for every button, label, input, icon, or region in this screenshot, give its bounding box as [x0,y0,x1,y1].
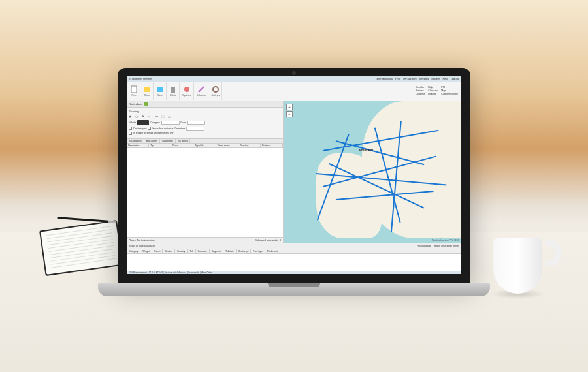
col-dir[interactable]: Direction [238,144,261,147]
depart-input[interactable] [186,127,204,131]
result-link1[interactable]: Password age [417,245,431,247]
col-desc[interactable]: Description [127,144,149,147]
link-help[interactable]: Help [442,77,448,80]
result-panel: Result of route calculation Password age… [127,243,461,274]
btab-1[interactable]: Weight [140,249,152,253]
box-icon[interactable]: ▫ [148,114,153,119]
rlink-poi[interactable]: POI [441,86,458,89]
rlink-help[interactable]: Help [428,86,438,89]
app-window: TLNplanner internet Give feedback Print … [127,76,461,274]
ribbon-save[interactable]: Save [154,82,167,100]
status-bar: TLN Planner internet 4.11.0.0 | PTV AG |… [127,271,461,274]
truck-icon[interactable]: ▬ [155,114,159,119]
tab-viapoints[interactable]: Via points [176,139,190,143]
ribbon-delete[interactable]: Delete [167,82,180,100]
play-icon[interactable] [144,102,148,106]
hazmat-checkbox[interactable] [148,127,151,130]
btab-4[interactable]: Country [175,249,188,253]
panel-title: Routeobject [129,102,142,106]
zoom-controls: + − [286,104,293,118]
clock-icon[interactable]: ◷ [135,114,140,119]
btab-7[interactable]: Segment [210,249,223,253]
result-tabs: Category Weight Street Section Country T… [127,249,461,254]
route-panel: Routeobject Planning ◉ ◷ ⚑ ▫ ▬ ⬚ [127,101,284,243]
ribbon-open[interactable]: Open [141,82,154,100]
star-icon [183,85,191,93]
vehicle-icons: ◉ ◷ ⚑ ▫ ▬ ⬚ △ [129,114,281,119]
truck-graphic [137,120,149,125]
depart-label: Departure [175,127,186,130]
btab-6[interactable]: Compare [196,249,210,253]
person-icon[interactable]: ◉ [129,114,133,119]
svg-rect-3 [171,87,175,93]
btab-9[interactable]: Section pt [237,249,252,253]
ribbon-save-label: Save [157,94,163,97]
flag-icon[interactable]: ⚑ [142,114,146,119]
rlink-profile[interactable]: Customer profile [441,93,458,95]
titlebar-links: Give feedback Print My account Settings … [376,77,459,80]
col-place[interactable]: Place [171,144,193,147]
link-system[interactable]: System [431,77,440,80]
result-link2[interactable]: Route description printer [434,245,459,247]
ribbon-new[interactable]: New [128,82,140,100]
category-select[interactable] [161,121,180,125]
tab-customers[interactable]: Customers [160,139,176,143]
date-label: Date [181,121,186,124]
ribbon-right-links: Corridor Help POI Stations Clearance Map… [416,86,460,95]
ribbon-settings[interactable]: Settings [209,82,222,100]
route-grid[interactable] [127,148,283,237]
col-zip[interactable]: Zip [149,144,171,147]
trailer-checkbox[interactable] [129,132,132,135]
ribbon-delete-label: Delete [170,94,176,97]
tab-mappoints[interactable]: Map points [144,139,160,143]
hazmat-label: Hazardous materials [152,127,173,130]
btab-3[interactable]: Section [163,249,175,253]
btab-5[interactable]: Toll [188,249,195,253]
link-account[interactable]: My account [403,77,416,80]
svg-rect-1 [144,87,150,92]
panel-footer: Places: 'North Amsterdam' Calculated rou… [127,237,283,243]
col-dist[interactable]: Distance [261,144,283,147]
link-settings[interactable]: Settings [419,77,429,80]
ribbon-toolbar: New Open Save Delete Optimize Calculate … [127,82,461,101]
warn-icon[interactable]: △ [168,114,172,119]
rlink-map[interactable]: Map [441,89,458,92]
date-input[interactable] [187,121,205,125]
map-view[interactable]: + − [284,101,461,243]
trailer-label: Is a trailer or similar vehicle the last… [133,132,173,134]
wand-icon [197,85,205,93]
app-title: TLNplanner internet [129,77,152,80]
link-feedback[interactable]: Give feedback [376,77,393,80]
zoom-out-button[interactable]: − [286,111,293,117]
link-print[interactable]: Print [395,77,400,80]
ribbon-calculate[interactable]: Calculate [195,82,209,100]
link-logout[interactable]: Log out [451,77,459,80]
rlink-corridor[interactable]: Corridor [416,86,425,89]
svg-point-4 [184,87,189,92]
rlink-customer[interactable]: Customer [416,93,425,95]
route-tabs: Route points Map points Customers Via po… [127,139,283,144]
btab-8[interactable]: Toilstate [223,249,237,253]
rlink-clearance[interactable]: Clearance [428,89,438,92]
lock-icon[interactable]: ⬚ [161,114,166,119]
car-transport-checkbox[interactable] [129,127,132,130]
btab-2[interactable]: Street [152,249,163,253]
rlink-stations[interactable]: Stations [416,89,425,92]
col-type[interactable]: Type/No [193,144,216,147]
btab-0[interactable]: Category [127,249,140,253]
route-columns: Description Zip Place Type/No Street nam… [127,144,283,148]
col-street[interactable]: Street name [216,144,238,147]
result-header: Result of route calculation [129,245,155,247]
ribbon-open-label: Open [144,94,150,97]
btab-11[interactable]: Total costs [265,249,281,253]
ribbon-optimize[interactable]: Optimize [180,82,194,100]
btab-10[interactable]: Fuel type [251,249,265,253]
tab-routepoints[interactable]: Route points [127,139,144,143]
gear-icon [212,85,220,93]
result-grid[interactable] [127,254,461,271]
save-icon [156,85,164,93]
rlink-legend[interactable]: Legend [428,93,438,95]
zoom-in-button[interactable]: + [286,104,293,110]
ribbon-optimize-label: Optimize [182,94,191,97]
ribbon-settings-label: Settings [211,94,220,97]
